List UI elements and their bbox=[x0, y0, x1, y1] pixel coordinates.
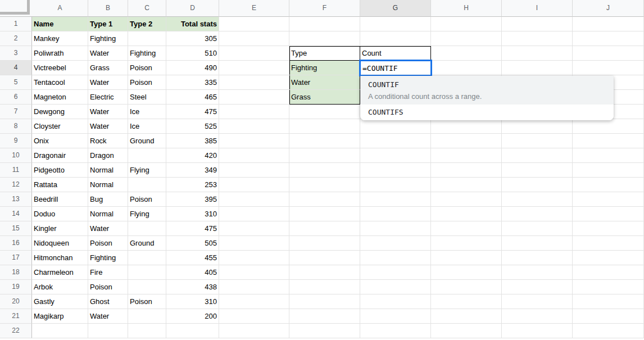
cell-A14[interactable]: Doduo bbox=[32, 207, 88, 221]
cell-D10[interactable]: 420 bbox=[166, 148, 219, 163]
cell-H22[interactable] bbox=[431, 324, 502, 338]
cell-D6[interactable]: 465 bbox=[166, 90, 219, 105]
cell-A5[interactable]: Tentacool bbox=[32, 75, 88, 90]
cell-D20[interactable]: 310 bbox=[166, 294, 219, 309]
cell-H11[interactable] bbox=[431, 163, 502, 178]
cell-B4[interactable]: Grass bbox=[88, 61, 128, 75]
cell-A22[interactable] bbox=[32, 324, 88, 338]
cell-I1[interactable] bbox=[502, 17, 573, 31]
cell-C16[interactable]: Ground bbox=[128, 236, 166, 251]
cell-F21[interactable] bbox=[289, 309, 360, 324]
cell-I14[interactable] bbox=[502, 207, 573, 221]
cell-E5[interactable] bbox=[219, 75, 289, 90]
cell-I3[interactable] bbox=[502, 46, 573, 61]
cell-E4[interactable] bbox=[219, 61, 289, 75]
column-header-A[interactable]: A bbox=[32, 0, 88, 17]
cell-I21[interactable] bbox=[502, 309, 573, 324]
cell-E22[interactable] bbox=[219, 324, 289, 338]
cell-C21[interactable] bbox=[128, 309, 166, 324]
row-header-16[interactable]: 16 bbox=[0, 236, 32, 251]
column-header-D[interactable]: D bbox=[166, 0, 219, 17]
row-header-22[interactable]: 22 bbox=[0, 324, 32, 338]
cell-E3[interactable] bbox=[219, 46, 289, 61]
cell-F15[interactable] bbox=[289, 221, 360, 236]
cell-J4[interactable] bbox=[573, 61, 644, 75]
cell-I20[interactable] bbox=[502, 294, 573, 309]
active-cell-editor[interactable]: =COUNTIF bbox=[359, 60, 432, 76]
cell-B11[interactable]: Normal bbox=[88, 163, 128, 178]
cell-I17[interactable] bbox=[502, 251, 573, 265]
cell-C10[interactable] bbox=[128, 148, 166, 163]
cell-A11[interactable]: Pidgeotto bbox=[32, 163, 88, 178]
cell-J20[interactable] bbox=[573, 294, 644, 309]
cell-H9[interactable] bbox=[431, 134, 502, 148]
cell-G20[interactable] bbox=[360, 294, 431, 309]
column-header-C[interactable]: C bbox=[128, 0, 166, 17]
cell-F17[interactable] bbox=[289, 251, 360, 265]
cell-E20[interactable] bbox=[219, 294, 289, 309]
cell-D21[interactable]: 200 bbox=[166, 309, 219, 324]
cell-A17[interactable]: Hitmonchan bbox=[32, 251, 88, 265]
cell-D1[interactable]: Total stats bbox=[166, 17, 219, 31]
row-header-1[interactable]: 1 bbox=[0, 17, 32, 31]
cell-H2[interactable] bbox=[431, 31, 502, 46]
cell-F5[interactable]: Water bbox=[289, 75, 360, 90]
cell-F11[interactable] bbox=[289, 163, 360, 178]
row-header-9[interactable]: 9 bbox=[0, 134, 32, 148]
cell-J21[interactable] bbox=[573, 309, 644, 324]
cell-C1[interactable]: Type 2 bbox=[128, 17, 166, 31]
cell-I11[interactable] bbox=[502, 163, 573, 178]
cell-D15[interactable]: 475 bbox=[166, 221, 219, 236]
cell-D19[interactable]: 438 bbox=[166, 280, 219, 294]
cell-F3[interactable]: Type bbox=[289, 46, 360, 61]
cell-D8[interactable]: 525 bbox=[166, 119, 219, 134]
cell-F7[interactable] bbox=[289, 105, 360, 119]
cell-A13[interactable]: Beedrill bbox=[32, 192, 88, 207]
cell-I10[interactable] bbox=[502, 148, 573, 163]
cell-B21[interactable]: Water bbox=[88, 309, 128, 324]
cell-F19[interactable] bbox=[289, 280, 360, 294]
cell-B20[interactable]: Ghost bbox=[88, 294, 128, 309]
cell-J2[interactable] bbox=[573, 31, 644, 46]
row-header-17[interactable]: 17 bbox=[0, 251, 32, 265]
autocomplete-item-countif[interactable]: COUNTIF A conditional count across a ran… bbox=[360, 76, 614, 105]
cell-I9[interactable] bbox=[502, 134, 573, 148]
cell-B15[interactable]: Water bbox=[88, 221, 128, 236]
cell-G11[interactable] bbox=[360, 163, 431, 178]
cell-H1[interactable] bbox=[431, 17, 502, 31]
cell-J22[interactable] bbox=[573, 324, 644, 338]
cell-G8[interactable] bbox=[360, 119, 431, 134]
cell-A7[interactable]: Dewgong bbox=[32, 105, 88, 119]
cell-J15[interactable] bbox=[573, 221, 644, 236]
cell-F2[interactable] bbox=[289, 31, 360, 46]
cell-D9[interactable]: 385 bbox=[166, 134, 219, 148]
column-header-H[interactable]: H bbox=[431, 0, 502, 17]
cell-H15[interactable] bbox=[431, 221, 502, 236]
cell-B1[interactable]: Type 1 bbox=[88, 17, 128, 31]
cell-E2[interactable] bbox=[219, 31, 289, 46]
column-header-F[interactable]: F bbox=[289, 0, 360, 17]
column-header-E[interactable]: E bbox=[219, 0, 289, 17]
cell-E6[interactable] bbox=[219, 90, 289, 105]
cell-D5[interactable]: 335 bbox=[166, 75, 219, 90]
cell-H19[interactable] bbox=[431, 280, 502, 294]
cell-C8[interactable]: Ice bbox=[128, 119, 166, 134]
cell-C18[interactable] bbox=[128, 265, 166, 280]
cell-I2[interactable] bbox=[502, 31, 573, 46]
cell-C5[interactable]: Poison bbox=[128, 75, 166, 90]
cell-G9[interactable] bbox=[360, 134, 431, 148]
cell-J9[interactable] bbox=[573, 134, 644, 148]
cell-I16[interactable] bbox=[502, 236, 573, 251]
cell-E21[interactable] bbox=[219, 309, 289, 324]
cell-G18[interactable] bbox=[360, 265, 431, 280]
cell-A15[interactable]: Kingler bbox=[32, 221, 88, 236]
cell-B22[interactable] bbox=[88, 324, 128, 338]
cell-J3[interactable] bbox=[573, 46, 644, 61]
cell-J19[interactable] bbox=[573, 280, 644, 294]
cell-H13[interactable] bbox=[431, 192, 502, 207]
cell-C9[interactable]: Ground bbox=[128, 134, 166, 148]
cell-C20[interactable]: Poison bbox=[128, 294, 166, 309]
cell-D3[interactable]: 510 bbox=[166, 46, 219, 61]
cell-A20[interactable]: Gastly bbox=[32, 294, 88, 309]
cell-H20[interactable] bbox=[431, 294, 502, 309]
